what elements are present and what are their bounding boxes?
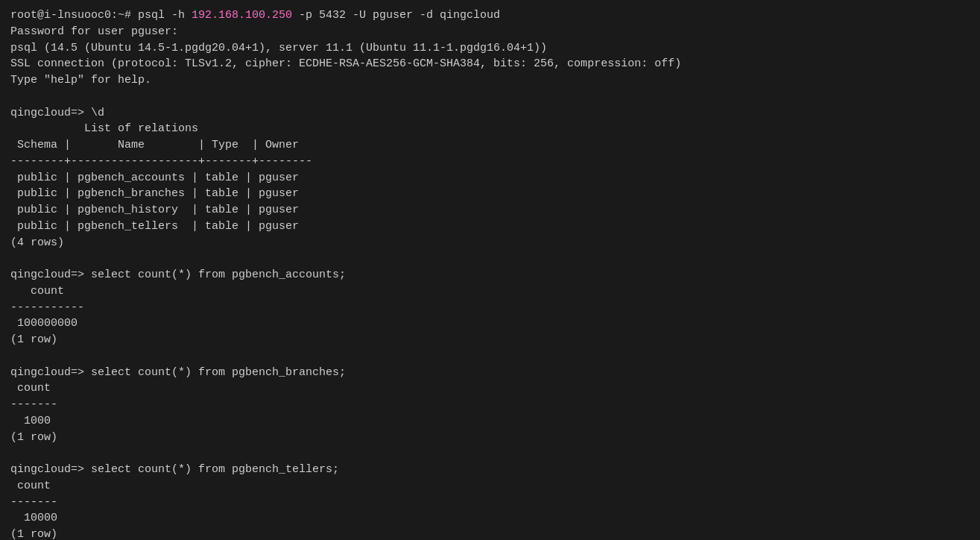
psql-command: select count(*) from pgbench_branches; [91, 366, 346, 379]
terminal-line: public | pgbench_tellers | table | pguse… [10, 219, 970, 235]
terminal-line: List of relations [10, 121, 970, 137]
terminal: root@i-lnsuooc0:~# psql -h 192.168.100.2… [10, 7, 970, 540]
terminal-line: psql (14.5 (Ubuntu 14.5-1.pgdg20.04+1), … [10, 40, 970, 57]
cmd-suffix: -p 5432 -U pguser -d qingcloud [292, 9, 500, 22]
terminal-line: --------+-------------------+-------+---… [10, 154, 970, 170]
psql-command: select count(*) from pgbench_tellers; [91, 463, 339, 476]
terminal-line: public | pgbench_accounts | table | pgus… [10, 170, 970, 186]
psql-command: select count(*) from pgbench_accounts; [91, 269, 346, 281]
terminal-line: public | pgbench_history | table | pguse… [10, 202, 970, 219]
terminal-line: ----------- [10, 300, 970, 316]
terminal-line [10, 445, 970, 462]
terminal-line: (1 row) [10, 527, 970, 540]
terminal-line: public | pgbench_branches | table | pgus… [10, 186, 970, 202]
terminal-line [10, 89, 970, 105]
psql-prompt: qingcloud=> [10, 366, 91, 379]
terminal-line: qingcloud=> select count(*) from pgbench… [10, 365, 970, 381]
terminal-line: 1000 [10, 413, 970, 430]
terminal-line: count [10, 380, 970, 397]
psql-command: \d [91, 107, 104, 119]
terminal-line: Schema | Name | Type | Owner [10, 137, 970, 154]
terminal-line: SSL connection (protocol: TLSv1.2, ciphe… [10, 56, 970, 72]
terminal-line: (4 rows) [10, 235, 970, 251]
terminal-line: qingcloud=> select count(*) from pgbench… [10, 462, 970, 478]
terminal-line: Type "help" for help. [10, 72, 970, 89]
terminal-line: ------- [10, 495, 970, 511]
psql-prompt: qingcloud=> [10, 463, 91, 476]
terminal-line: root@i-lnsuooc0:~# psql -h 192.168.100.2… [10, 7, 970, 24]
terminal-line: 10000 [10, 510, 970, 527]
terminal-line: qingcloud=> \d [10, 105, 970, 122]
terminal-line [10, 251, 970, 267]
terminal-line: qingcloud=> select count(*) from pgbench… [10, 267, 970, 283]
cmd-ip-highlight: 192.168.100.250 [192, 9, 292, 22]
terminal-line: ------- [10, 397, 970, 413]
cmd-prefix: root@i-lnsuooc0:~# psql -h [10, 9, 192, 22]
psql-prompt: qingcloud=> [10, 269, 91, 281]
psql-prompt: qingcloud=> [10, 107, 91, 119]
terminal-line: (1 row) [10, 430, 970, 446]
terminal-line: count [10, 283, 970, 300]
terminal-line [10, 348, 970, 365]
terminal-line: Password for user pguser: [10, 24, 970, 40]
terminal-line: (1 row) [10, 332, 970, 348]
terminal-line: 100000000 [10, 315, 970, 332]
terminal-line: count [10, 478, 970, 495]
